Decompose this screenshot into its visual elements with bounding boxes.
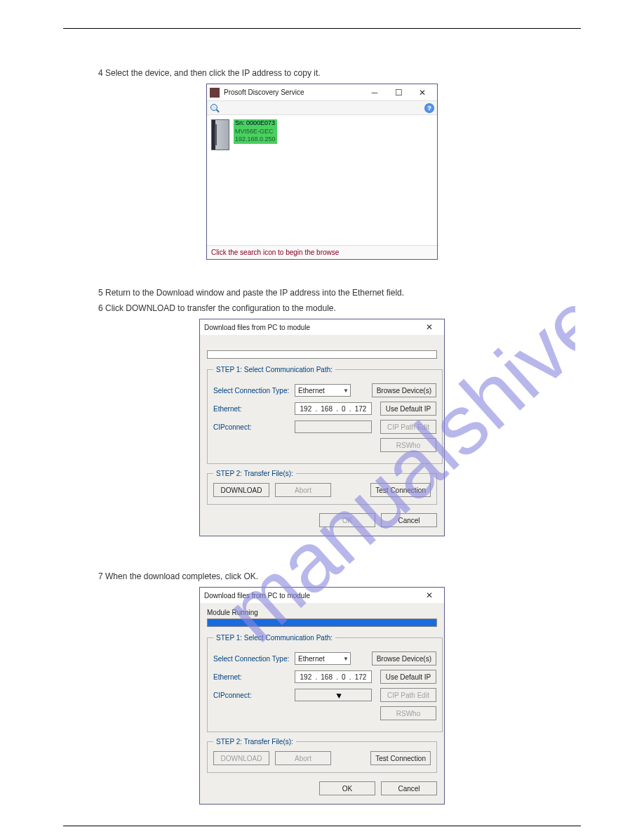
toolbar: ?: [207, 101, 437, 115]
step2-group: STEP 2: Transfer File(s): DOWNLOAD Abort…: [207, 738, 437, 773]
download-dialog: Download files from PC to module ✕ STEP …: [199, 319, 445, 536]
search-icon[interactable]: [210, 103, 220, 113]
close-button[interactable]: ✕: [419, 321, 440, 333]
status-bar: Click the search icon to begin the brows…: [207, 245, 437, 259]
device-item[interactable]: Sn: 0000E073 MVI56E-GEC 192.168.0.250: [211, 119, 277, 150]
dialog-title: Download files from PC to module: [204, 324, 419, 331]
cip-path-edit-button: CIP Path Edit: [380, 688, 436, 702]
cip-path-edit-button: CIP Path Edit: [380, 420, 436, 434]
app-icon: [210, 88, 220, 98]
progress-bar: [207, 618, 437, 627]
step2-legend: STEP 2: Transfer File(s):: [213, 470, 296, 477]
abort-button: Abort: [275, 483, 331, 497]
ethernet-label: Ethernet:: [213, 673, 290, 681]
step2-legend: STEP 2: Transfer File(s):: [213, 738, 296, 746]
cancel-button[interactable]: Cancel: [381, 513, 437, 527]
device-thumbnail: [211, 119, 229, 150]
status-text: [207, 340, 437, 349]
instruction-line: 6 Click DOWNLOAD to transfer the configu…: [63, 303, 581, 313]
abort-button: Abort: [275, 751, 331, 765]
close-button[interactable]: ✕: [410, 85, 434, 100]
browse-devices-button[interactable]: Browse Device(s): [372, 383, 436, 397]
ok-button[interactable]: OK: [319, 781, 375, 795]
conn-type-select[interactable]: Ethernet: [295, 652, 351, 665]
instruction-line: 4 Select the device, and then click the …: [63, 68, 581, 78]
test-connection-button[interactable]: Test Connection: [370, 483, 431, 497]
ethernet-ip-field[interactable]: 192.168.0.172: [295, 402, 372, 415]
rswho-button: RSWho: [380, 706, 436, 720]
step2-group: STEP 2: Transfer File(s): DOWNLOAD Abort…: [207, 470, 437, 505]
titlebar[interactable]: Prosoft Discovery Service ─ ☐ ✕: [207, 84, 437, 101]
cip-label: CIPconnect:: [213, 691, 290, 699]
default-ip-button[interactable]: Use Default IP: [380, 670, 436, 684]
step1-legend: STEP 1: Select Communication Path:: [213, 366, 335, 373]
ethernet-ip-field[interactable]: 192.168.0.172: [295, 670, 372, 683]
cip-label: CIPconnect:: [213, 423, 290, 431]
conn-type-select[interactable]: Ethernet: [295, 384, 351, 397]
default-ip-button[interactable]: Use Default IP: [380, 402, 436, 416]
instruction-line: 7 When the download completes, click OK.: [63, 571, 581, 581]
close-button[interactable]: ✕: [419, 589, 440, 602]
ethernet-label: Ethernet:: [213, 405, 290, 413]
device-model: MVI56E-GEC: [234, 128, 277, 136]
conn-type-label: Select Connection Type:: [213, 387, 290, 395]
device-ip[interactable]: 192.168.0.250: [234, 135, 277, 144]
download-button[interactable]: DOWNLOAD: [213, 483, 269, 497]
status-text: Module Running: [207, 609, 437, 617]
cancel-button[interactable]: Cancel: [381, 781, 437, 795]
cip-field: [295, 689, 372, 701]
download-button: DOWNLOAD: [213, 751, 269, 765]
download-dialog-running: Download files from PC to module ✕ Modul…: [199, 587, 445, 805]
step1-legend: STEP 1: Select Communication Path:: [213, 634, 335, 642]
help-icon[interactable]: ?: [424, 103, 434, 113]
browse-devices-button[interactable]: Browse Device(s): [372, 651, 436, 666]
conn-type-label: Select Connection Type:: [213, 655, 290, 663]
instruction-line: 5 Return to the Download window and past…: [63, 288, 581, 298]
discovery-window: Prosoft Discovery Service ─ ☐ ✕ ? Sn: 00…: [206, 84, 438, 260]
step1-group: STEP 1: Select Communication Path: Selec…: [207, 366, 443, 464]
step1-group: STEP 1: Select Communication Path: Selec…: [207, 634, 443, 732]
maximize-button[interactable]: ☐: [387, 85, 410, 100]
ok-button: OK: [319, 513, 375, 527]
dialog-title: Download files from PC to module: [204, 592, 419, 600]
titlebar[interactable]: Download files from PC to module ✕: [200, 588, 444, 603]
device-list: Sn: 0000E073 MVI56E-GEC 192.168.0.250: [207, 115, 437, 245]
rswho-button: RSWho: [380, 438, 436, 452]
window-title: Prosoft Discovery Service: [224, 88, 363, 96]
cip-field: [295, 421, 372, 433]
device-serial: Sn: 0000E073: [234, 119, 277, 128]
progress-bar: [207, 350, 437, 359]
minimize-button[interactable]: ─: [363, 85, 387, 100]
test-connection-button[interactable]: Test Connection: [370, 751, 431, 765]
titlebar[interactable]: Download files from PC to module ✕: [200, 319, 444, 335]
